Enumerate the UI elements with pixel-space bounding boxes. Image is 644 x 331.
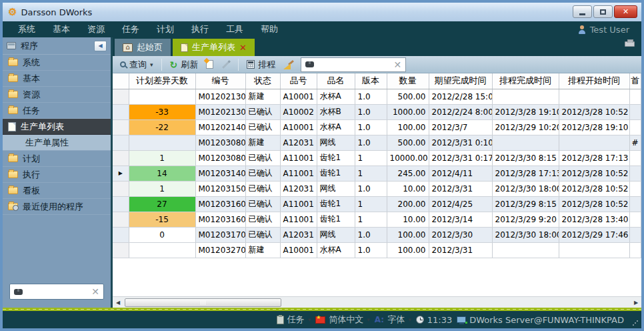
column-header-4[interactable]: 品名 [317, 73, 355, 89]
menu-item-4[interactable]: 计划 [148, 24, 183, 34]
tab-close-icon[interactable]: ✕ [239, 43, 247, 52]
cell-version: 1.0 [355, 119, 387, 135]
column-header-1[interactable]: 编号 [195, 73, 245, 89]
cell-code: M012030802 [195, 150, 245, 166]
font-dropdown[interactable]: A: 字体 ▾ [375, 314, 411, 326]
toolbar-search-clear-icon[interactable]: ✕ [394, 60, 402, 69]
column-header-2[interactable]: 状态 [245, 73, 280, 89]
sidebar-item-9[interactable]: 最近使用的程序 [3, 199, 111, 215]
menu-item-1[interactable]: 基本 [44, 24, 79, 34]
scroll-left-icon[interactable]: ◀ [113, 297, 123, 308]
cell-expected: 2012/2/28 15:00 [429, 89, 492, 104]
row-indicator-cell [113, 227, 129, 242]
cell-item_no: A11001 [280, 196, 317, 212]
dock-panel-icon[interactable] [625, 41, 635, 47]
cell-item_no: A10002 [280, 104, 317, 119]
sidebar-item-8[interactable]: 看板 [3, 183, 111, 199]
sidebar-item-4[interactable]: 生产单列表 [3, 119, 111, 135]
cell-qty: 500.00 [387, 89, 429, 104]
column-header-9[interactable]: 排程开始时间 [559, 73, 629, 89]
user-area[interactable]: Test User [578, 25, 635, 35]
sidebar-search-clear-icon[interactable]: ✕ [91, 287, 99, 296]
table-row[interactable]: 1M012031501已确认A12031网线1.010.002012/3/312… [113, 181, 641, 196]
task-dropdown[interactable]: 任务 ▾ [277, 314, 311, 326]
minimize-button[interactable] [573, 5, 592, 18]
refresh-button[interactable]: ↻ 刷新 [168, 57, 201, 72]
resize-grip[interactable] [632, 320, 638, 326]
app-window: ⚙ Darsson DWorks ✕ 系统基本资源任务计划执行工具帮助 Test… [0, 0, 644, 331]
folder-icon [8, 171, 18, 178]
toolbar-separator [238, 59, 239, 71]
cell-extra [629, 196, 641, 212]
maximize-button[interactable] [593, 5, 613, 18]
cell-sched_start [559, 242, 629, 258]
cell-version: 1 [355, 212, 387, 227]
column-header-5[interactable]: 版本 [355, 73, 387, 89]
column-header-6[interactable]: 数量 [387, 73, 429, 89]
menu-item-2[interactable]: 资源 [79, 24, 113, 34]
menu-item-0[interactable]: 系统 [9, 24, 44, 34]
column-header-7[interactable]: 期望完成时间 [429, 73, 492, 89]
edit-button[interactable] [219, 57, 232, 72]
toolbar-search-input[interactable] [318, 60, 389, 69]
sidebar-item-0[interactable]: 系统 [3, 55, 111, 71]
query-button[interactable]: 查询 ▾ [118, 57, 155, 72]
cell-extra [629, 150, 641, 166]
scrollbar-thumb[interactable] [125, 298, 281, 307]
table-row[interactable]: -33M012021302已确认A10002水杯B1.01000.002012/… [113, 104, 641, 119]
sidebar-item-5[interactable]: 生产单属性 [3, 135, 111, 151]
menu-item-7[interactable]: 帮助 [252, 24, 287, 34]
column-header-3[interactable]: 品号 [280, 73, 317, 89]
menu-item-5[interactable]: 执行 [183, 24, 217, 34]
sidebar-item-1[interactable]: 基本 [3, 71, 111, 87]
close-button[interactable]: ✕ [614, 5, 637, 18]
table-row[interactable]: M012032701新建A10001水杯A1.0100.002012/3/31 [113, 242, 641, 258]
menu-item-3[interactable]: 任务 [113, 24, 148, 34]
cell-status: 新建 [245, 242, 280, 258]
cell-version: 1 [355, 196, 387, 212]
sidebar-collapse-button[interactable]: ◀ [94, 41, 107, 51]
clipboard-icon [277, 316, 284, 324]
horizontal-scrollbar[interactable]: ◀ ▶ [113, 296, 641, 308]
chevron-down-icon: ▾ [367, 316, 370, 323]
cell-qty: 10.00 [387, 212, 429, 227]
sidebar-item-3[interactable]: 任务 [3, 103, 111, 119]
language-dropdown[interactable]: 简体中文 ▾ [315, 314, 370, 326]
sidebar-item-2[interactable]: 资源 [3, 87, 111, 103]
chevron-down-icon[interactable]: ▾ [150, 61, 153, 68]
clean-button[interactable] [281, 57, 295, 72]
table-row[interactable]: M012030801新建A12031网线1.0500.002012/3/31 0… [113, 135, 641, 150]
cell-item_name: 齿轮1 [317, 196, 355, 212]
cell-diff: 0 [129, 227, 195, 242]
pencil-icon [221, 60, 230, 69]
tab-home[interactable]: ⌂ 起始页 [115, 39, 171, 56]
table-row[interactable]: ▶14M012031402已确认A11001齿轮11245.002012/4/1… [113, 166, 641, 181]
cell-diff: -15 [129, 212, 195, 227]
new-document-icon [206, 60, 213, 69]
column-header-10[interactable]: 首 [629, 73, 641, 89]
cell-extra [629, 166, 641, 181]
sidebar-item-label: 看板 [23, 185, 40, 197]
table-row[interactable]: -22M012021401已确认A10001水杯A1.0100.002012/3… [113, 119, 641, 135]
table-row[interactable]: 27M012031601已确认A11001齿轮11200.002012/4/25… [113, 196, 641, 212]
cell-extra [629, 212, 641, 227]
new-button[interactable] [204, 57, 215, 72]
sidebar-search-input[interactable] [27, 287, 87, 296]
scroll-right-icon[interactable]: ▶ [631, 297, 641, 308]
column-header-8[interactable]: 排程完成时间 [492, 73, 559, 89]
column-header-0[interactable]: 计划差异天数 [129, 73, 195, 89]
cell-item_no: A11001 [280, 166, 317, 181]
sidebar-item-6[interactable]: 计划 [3, 151, 111, 167]
table-row[interactable]: 1M012030802已确认A11001齿轮1110000.002012/3/3… [113, 150, 641, 166]
cell-code: M012031501 [195, 181, 245, 196]
tab-production-order-list[interactable]: 生产单列表 ✕ [173, 39, 255, 56]
table-row[interactable]: M012021301新建A10001水杯A1.0500.002012/2/28 … [113, 89, 641, 104]
cell-qty: 1000.00 [387, 104, 429, 119]
schedule-button[interactable]: 排程 [245, 57, 277, 72]
broom-icon [283, 60, 293, 69]
sidebar-item-7[interactable]: 执行 [3, 167, 111, 183]
menu-item-6[interactable]: 工具 [217, 24, 252, 34]
table-row[interactable]: 0M012031701已确认A12031网线1.0100.002012/3/30… [113, 227, 641, 242]
query-label: 查询 [129, 59, 147, 71]
table-row[interactable]: -15M012031602已确认A11001齿轮1110.002012/3/14… [113, 212, 641, 227]
